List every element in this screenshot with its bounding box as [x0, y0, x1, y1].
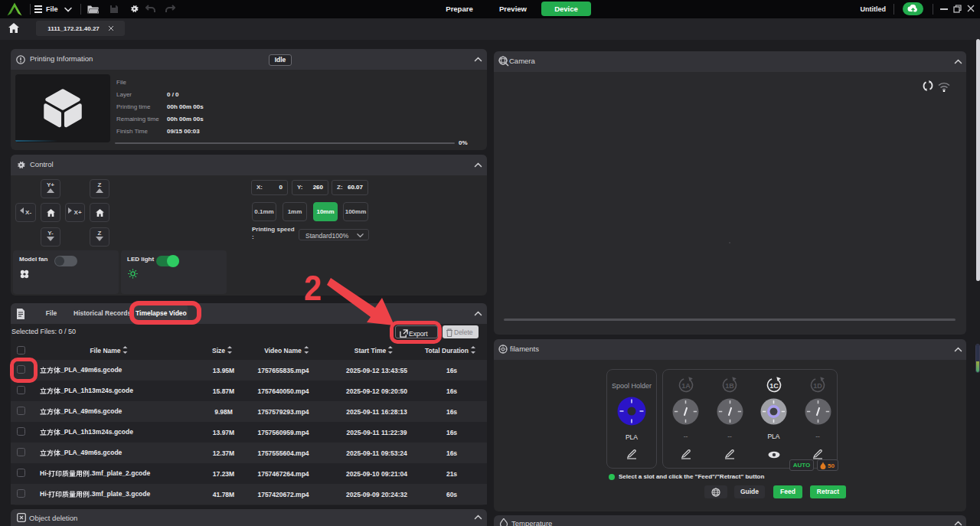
svg-text:1A: 1A	[681, 382, 691, 390]
svg-text:1C: 1C	[769, 382, 779, 390]
svg-text:1D: 1D	[813, 382, 822, 390]
svg-text:1B: 1B	[725, 382, 734, 390]
